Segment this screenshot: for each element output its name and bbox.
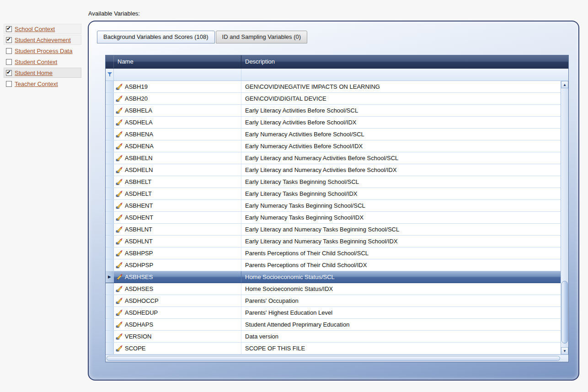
row-indicator-cell: ▶ (106, 176, 114, 188)
sidebar-item-label[interactable]: Teacher Context (15, 81, 58, 87)
row-indicator-cell: ▶ (106, 212, 114, 223)
table-row[interactable]: ▶ (106, 295, 561, 307)
sidebar-item-label[interactable]: Student Process Data (15, 48, 72, 54)
variable-description: Data version (245, 333, 278, 340)
sidebar-item[interactable]: Teacher Context (4, 79, 81, 89)
variable-name: ASDHENA (125, 143, 154, 150)
tab[interactable]: ID and Sampling Variables (0) (216, 31, 307, 43)
table-row[interactable]: ▶ (106, 188, 561, 200)
filter-funnel-icon[interactable] (107, 72, 112, 77)
column-header-description[interactable]: Description (241, 55, 568, 68)
vertical-scrollbar-thumb[interactable] (561, 281, 568, 344)
variable-name-cell: ASBH19 (114, 81, 241, 92)
sidebar-item-label[interactable]: Student Home (15, 70, 53, 76)
variable-name-cell: ASDHPSP (114, 259, 241, 271)
vertical-scrollbar[interactable]: ▲ ▼ (561, 81, 568, 354)
variable-description-cell: Early Numeracy Tasks Beginning School/ID… (241, 212, 561, 223)
table-row[interactable]: ▶ (106, 140, 561, 152)
table-row[interactable]: ▶ (106, 81, 561, 93)
variable-name: ASBHELT (125, 178, 151, 185)
sidebar-item-label[interactable]: Student Achievement (15, 37, 71, 43)
table-row[interactable]: ▶ (106, 212, 561, 224)
variable-name-cell: ASBHENT (114, 200, 241, 211)
table-row[interactable]: ▶ (106, 271, 561, 283)
variable-icon (116, 250, 123, 257)
table-row[interactable]: ▶ (106, 152, 561, 164)
grid-header: Name Description (106, 55, 568, 69)
sidebar-item-label[interactable]: School Context (15, 26, 55, 32)
variable-name-cell: ASDHEDUP (114, 307, 241, 318)
table-row[interactable]: ▶ (106, 176, 561, 188)
filter-name-cell[interactable] (114, 69, 241, 81)
variable-name-cell: ASDHAPS (114, 319, 241, 330)
variable-description-cell: Student Attended Preprimary Education (241, 319, 561, 330)
variable-description-cell: Early Literacy Activities Before School/… (241, 117, 561, 128)
variable-icon (116, 345, 123, 352)
table-row[interactable]: ▶ (106, 247, 561, 259)
variable-description-cell: Early Literacy and Numeracy Tasks Beginn… (241, 236, 561, 247)
sidebar-item[interactable]: Student Context (4, 57, 81, 67)
table-row[interactable]: ▶ (106, 236, 561, 247)
variable-description: SCOPE OF THIS FILE (245, 345, 305, 352)
table-row[interactable]: ▶ (106, 164, 561, 176)
variable-description: Parents' Highest Education Level (245, 309, 332, 316)
variable-description-cell: Parents' Occupation (241, 295, 561, 306)
horizontal-scrollbar-thumb[interactable] (107, 356, 560, 361)
column-header-name[interactable]: Name (114, 55, 241, 68)
variable-description: Parents' Occupation (245, 297, 299, 304)
variable-name: ASBH20 (125, 95, 148, 102)
sidebar-item-checkbox[interactable] (6, 48, 12, 54)
sidebar-item-checkbox[interactable] (6, 70, 12, 76)
sidebar-item-label[interactable]: Student Context (15, 59, 57, 65)
variable-description: Early Literacy and Numeracy Activities B… (245, 155, 398, 161)
sidebar-item-checkbox[interactable] (6, 37, 12, 43)
sidebar-item[interactable]: Student Process Data (4, 46, 81, 56)
row-indicator-cell: ▶ (106, 81, 114, 92)
sidebar-item-checkbox[interactable] (6, 81, 12, 87)
variable-description-cell: Home Socioeconomic Status/SCL (241, 271, 561, 283)
tab-strip: Background Variables and Scores (108) ID… (97, 31, 308, 43)
variable-description-cell: Parents Perceptions of Their Child Schoo… (241, 259, 561, 271)
sidebar-item[interactable]: School Context (4, 24, 81, 34)
variable-name: VERSION (125, 333, 152, 340)
variable-description: Student Attended Preprimary Education (245, 321, 349, 328)
sidebar-item-checkbox[interactable] (6, 59, 12, 65)
variable-description: Parents Perceptions of Their Child Schoo… (245, 262, 367, 268)
table-row[interactable]: ▶ (106, 93, 561, 105)
table-row[interactable]: ▶ (106, 331, 561, 343)
tab[interactable]: Background Variables and Scores (108) (97, 31, 215, 43)
variable-description-cell: Early Literacy Tasks Beginning School/ID… (241, 188, 561, 199)
variable-description: Early Numeracy Tasks Beginning School/SC… (245, 202, 365, 209)
variable-name-cell: ASBHLNT (114, 224, 241, 235)
table-row[interactable]: ▶ (106, 259, 561, 271)
table-row[interactable]: ▶ (106, 200, 561, 212)
horizontal-scrollbar[interactable] (106, 354, 568, 362)
table-row[interactable]: ▶ (106, 117, 561, 129)
variable-icon (116, 274, 123, 280)
sidebar-item[interactable]: Student Home (4, 68, 81, 78)
variable-description: GEN\COVID\DIGITAL DEVICE (245, 95, 326, 102)
variable-description-cell: Early Literacy and Numeracy Activities B… (241, 164, 561, 176)
variable-description: Early Literacy Activities Before School/… (245, 119, 357, 126)
sidebar-item[interactable]: Student Achievement (4, 35, 81, 45)
variable-icon (116, 190, 123, 197)
grid-filter-row (106, 69, 568, 81)
sidebar: School Context Student Achievement Stude… (4, 24, 81, 90)
filter-description-cell[interactable] (241, 69, 568, 81)
table-row[interactable]: ▶ (106, 283, 561, 295)
variable-name: ASBHSES (125, 274, 153, 280)
table-row[interactable]: ▶ (106, 319, 561, 331)
table-row[interactable]: ▶ (106, 343, 561, 354)
table-row[interactable]: ▶ (106, 129, 561, 140)
sidebar-item-checkbox[interactable] (6, 26, 12, 32)
variable-description-cell: Early Numeracy Tasks Beginning School/SC… (241, 200, 561, 211)
scroll-down-button[interactable]: ▼ (561, 347, 568, 354)
table-row[interactable]: ▶ (106, 224, 561, 236)
row-indicator-cell: ▶ (106, 307, 114, 318)
table-row[interactable]: ▶ (106, 307, 561, 319)
table-row[interactable]: ▶ (106, 105, 561, 117)
variable-icon (116, 262, 123, 268)
variable-description: Early Literacy Tasks Beginning School/SC… (245, 178, 359, 185)
scroll-up-button[interactable]: ▲ (561, 81, 568, 88)
variable-name-cell: ASDHENA (114, 140, 241, 152)
